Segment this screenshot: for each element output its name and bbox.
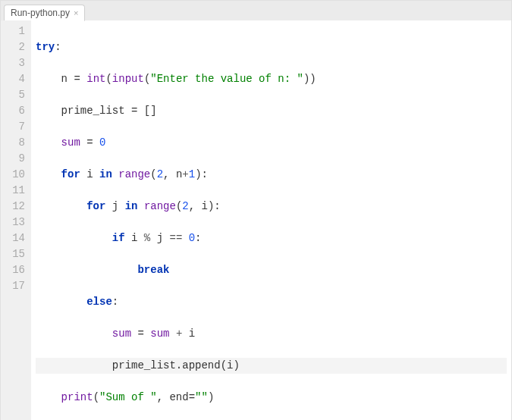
close-icon[interactable]: × bbox=[74, 8, 78, 17]
line-number: 8 bbox=[4, 135, 25, 151]
line-number: 1 bbox=[4, 24, 25, 39]
editor-tab[interactable]: Run-python.py × bbox=[4, 5, 85, 21]
code-area[interactable]: try: n = int(input("Enter the value of n… bbox=[31, 20, 511, 420]
line-number: 12 bbox=[4, 199, 25, 215]
line-number: 3 bbox=[4, 55, 25, 71]
line-number-gutter: 1 2 3 4 5 6 7 8 9 10 11 12 13 14 15 16 1… bbox=[1, 20, 31, 420]
line-number: 4 bbox=[4, 71, 25, 87]
line-number: 13 bbox=[4, 215, 25, 230]
editor-tab-label: Run-python.py bbox=[11, 8, 70, 18]
line-number: 15 bbox=[4, 246, 25, 262]
line-number: 2 bbox=[4, 39, 25, 55]
editor-panel: Run-python.py × 1 2 3 4 5 6 7 8 9 10 11 … bbox=[0, 0, 512, 420]
line-number: 17 bbox=[4, 278, 25, 294]
line-number: 5 bbox=[4, 87, 25, 103]
line-number: 11 bbox=[4, 183, 25, 199]
editor-tab-bar: Run-python.py × bbox=[1, 1, 511, 20]
line-number: 16 bbox=[4, 262, 25, 278]
line-number: 6 bbox=[4, 103, 25, 119]
line-number: 10 bbox=[4, 167, 25, 183]
line-number: 9 bbox=[4, 151, 25, 167]
line-number: 14 bbox=[4, 230, 25, 246]
line-number: 7 bbox=[4, 119, 25, 135]
code-editor[interactable]: 1 2 3 4 5 6 7 8 9 10 11 12 13 14 15 16 1… bbox=[1, 20, 511, 420]
